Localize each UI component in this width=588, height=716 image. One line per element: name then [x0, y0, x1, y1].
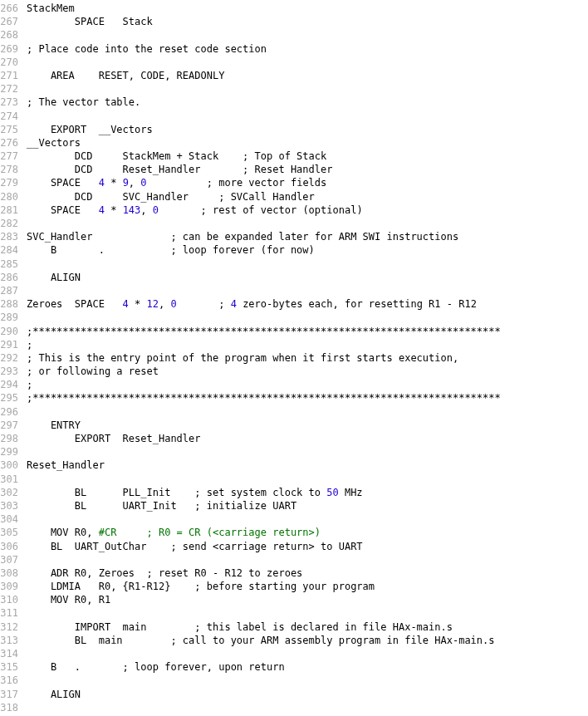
line-number: 275 [0, 123, 27, 136]
line-number: 267 [0, 15, 27, 28]
code-line: 313 BL main ; call to your ARM assembly … [0, 634, 588, 647]
line-content: BL PLL_Init ; set system clock to 50 MHz [27, 486, 588, 499]
line-number: 301 [0, 473, 27, 486]
line-number: 281 [0, 204, 27, 217]
line-content [27, 674, 588, 687]
line-content [27, 553, 588, 566]
code-line: 297 ENTRY [0, 419, 588, 432]
code-line: 293; or following a reset [0, 365, 588, 378]
line-content: ;***************************************… [27, 391, 588, 405]
code-line: 316 [0, 674, 588, 687]
code-line: 295;************************************… [0, 391, 588, 405]
line-number: 286 [0, 271, 27, 284]
code-line: 304 [0, 512, 588, 526]
line-content [27, 28, 588, 42]
line-content [27, 701, 588, 714]
code-line: 279 SPACE 4 * 9, 0 ; more vector fields [0, 176, 588, 189]
line-number: 296 [0, 405, 27, 419]
line-number: 300 [0, 459, 27, 472]
code-line: 300Reset_Handler [0, 459, 588, 472]
line-number: 272 [0, 82, 27, 96]
code-line: 290;************************************… [0, 325, 588, 338]
line-content: DCD StackMem + Stack ; Top of Stack [27, 150, 588, 163]
line-content: Reset_Handler [27, 459, 588, 472]
line-content [27, 82, 588, 96]
code-line: 270 [0, 56, 588, 69]
line-content: LDMIA R0, {R1-R12} ; before starting you… [27, 580, 588, 593]
line-content [27, 257, 588, 271]
code-line: 303 BL UART_Init ; initialize UART [0, 499, 588, 512]
code-line: 294; [0, 378, 588, 391]
code-line: 306 BL UART_OutChar ; send <carriage ret… [0, 540, 588, 553]
code-line: 291; [0, 338, 588, 351]
code-line: 302 BL PLL_Init ; set system clock to 50… [0, 486, 588, 499]
line-number: 312 [0, 620, 27, 634]
line-number: 317 [0, 688, 27, 701]
line-content: ALIGN [27, 271, 588, 284]
line-content: ; This is the entry point of the program… [27, 351, 588, 365]
code-line: 292; This is the entry point of the prog… [0, 351, 588, 365]
code-line: 310 MOV R0, R1 [0, 593, 588, 606]
line-content [27, 512, 588, 526]
line-number: 305 [0, 526, 27, 539]
line-content: ALIGN [27, 688, 588, 701]
line-content: ; Place code into the reset code section [27, 42, 588, 56]
line-content: SPACE 4 * 143, 0 ; rest of vector (optio… [27, 204, 588, 217]
line-content: SPACE 4 * 9, 0 ; more vector fields [27, 176, 588, 189]
line-content: ; or following a reset [27, 365, 588, 378]
line-number: 302 [0, 486, 27, 499]
code-line: 289 [0, 311, 588, 324]
line-number: 271 [0, 69, 27, 82]
line-content: ; [27, 338, 588, 351]
line-number: 304 [0, 512, 27, 526]
line-content [27, 647, 588, 660]
code-line: 317 ALIGN [0, 688, 588, 701]
line-number: 280 [0, 190, 27, 204]
line-number: 277 [0, 150, 27, 163]
line-number: 282 [0, 217, 27, 230]
line-content [27, 311, 588, 324]
code-line: 273; The vector table. [0, 96, 588, 109]
line-number: 309 [0, 580, 27, 593]
line-content: ;***************************************… [27, 325, 588, 338]
line-number: 293 [0, 365, 27, 378]
code-line: 308 ADR R0, Zeroes ; reset R0 - R12 to z… [0, 566, 588, 580]
code-line: 277 DCD StackMem + Stack ; Top of Stack [0, 150, 588, 163]
code-line: 298 EXPORT Reset_Handler [0, 432, 588, 445]
code-line: 301 [0, 473, 588, 486]
line-content: MOV R0, #CR ; R0 = CR (<carriage return>… [27, 526, 588, 539]
code-line: 267 SPACE Stack [0, 15, 588, 28]
line-content: IMPORT main ; this label is declared in … [27, 620, 588, 634]
code-line: 286 ALIGN [0, 271, 588, 284]
line-content: __Vectors [27, 136, 588, 150]
line-content: ENTRY [27, 419, 588, 432]
code-line: 283SVC_Handler ; can be expanded later f… [0, 230, 588, 243]
line-number: 284 [0, 243, 27, 257]
line-content: BL UART_OutChar ; send <carriage return>… [27, 540, 588, 553]
code-line: 285 [0, 257, 588, 271]
code-line: 268 [0, 28, 588, 42]
code-line: 305 MOV R0, #CR ; R0 = CR (<carriage ret… [0, 526, 588, 539]
line-number: 314 [0, 647, 27, 660]
line-number: 299 [0, 445, 27, 459]
code-line: 280 DCD SVC_Handler ; SVCall Handler [0, 190, 588, 204]
line-content [27, 56, 588, 69]
line-number: 283 [0, 230, 27, 243]
line-number: 287 [0, 284, 27, 297]
line-number: 276 [0, 136, 27, 150]
line-number: 316 [0, 674, 27, 687]
code-line: 312 IMPORT main ; this label is declared… [0, 620, 588, 634]
line-number: 269 [0, 42, 27, 56]
code-line: 282 [0, 217, 588, 230]
line-content: DCD Reset_Handler ; Reset Handler [27, 163, 588, 176]
code-line: 278 DCD Reset_Handler ; Reset Handler [0, 163, 588, 176]
line-content [27, 473, 588, 486]
line-content: BL main ; call to your ARM assembly prog… [27, 634, 588, 647]
line-number: 270 [0, 56, 27, 69]
line-content [27, 217, 588, 230]
line-number: 291 [0, 338, 27, 351]
code-viewer: 266StackMem267 SPACE Stack268269; Place … [0, 2, 588, 716]
line-content: B . ; loop forever (for now) [27, 243, 588, 257]
line-number: 274 [0, 110, 27, 123]
code-line: 275 EXPORT __Vectors [0, 123, 588, 136]
